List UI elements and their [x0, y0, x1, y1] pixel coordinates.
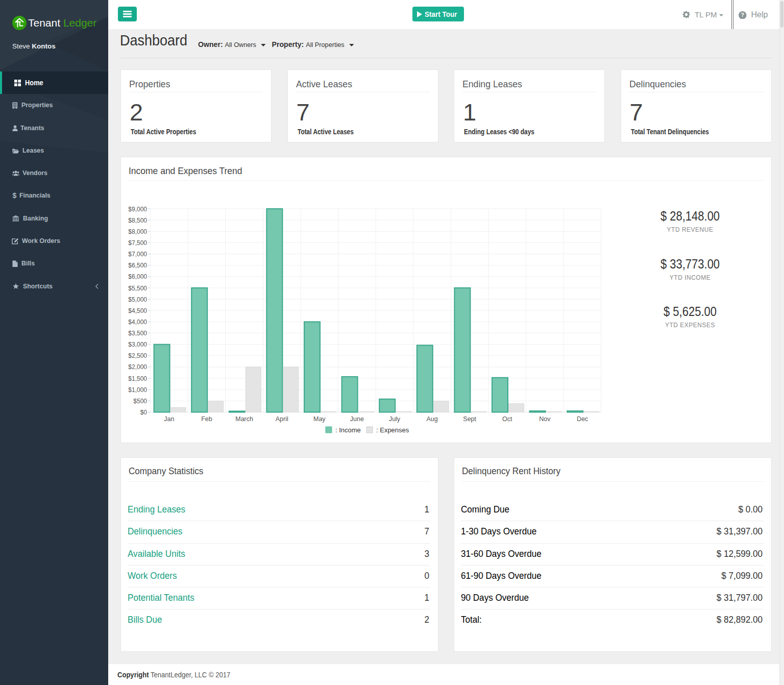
svg-text:$500: $500: [133, 398, 147, 405]
svg-text:$9,000: $9,000: [128, 206, 147, 213]
svg-text:$7,500: $7,500: [128, 239, 147, 247]
svg-text:$3,500: $3,500: [128, 330, 147, 337]
svg-text:$6,500: $6,500: [128, 262, 147, 269]
svg-text:Dec: Dec: [577, 415, 588, 423]
svg-text:$2,000: $2,000: [128, 363, 147, 371]
svg-text:?: ?: [741, 12, 744, 18]
svg-text:Nov: Nov: [539, 415, 551, 423]
svg-text:$6,000: $6,000: [128, 273, 147, 280]
svg-text:$4,500: $4,500: [128, 307, 147, 314]
svg-text:Sept: Sept: [463, 415, 476, 423]
svg-text:June: June: [350, 415, 364, 423]
svg-text:$5,500: $5,500: [128, 285, 147, 292]
svg-text:$5,000: $5,000: [128, 296, 147, 303]
svg-text:$7,000: $7,000: [128, 251, 147, 258]
svg-text:April: April: [276, 415, 288, 423]
svg-text:Aug: Aug: [426, 415, 437, 423]
svg-text:May: May: [313, 415, 326, 423]
svg-text:$1,000: $1,000: [128, 386, 147, 394]
svg-text:$1,500: $1,500: [128, 375, 147, 382]
svg-text:$2,500: $2,500: [128, 352, 147, 359]
svg-text:$0: $0: [140, 409, 148, 416]
svg-text:: Income: : Income: [335, 426, 361, 434]
svg-text:Feb: Feb: [201, 415, 212, 423]
svg-text:: Expenses: : Expenses: [376, 426, 409, 434]
svg-text:March: March: [235, 415, 253, 423]
svg-text:$8,000: $8,000: [128, 228, 147, 235]
svg-text:$8,500: $8,500: [128, 217, 147, 224]
svg-text:Jan: Jan: [164, 415, 174, 423]
svg-text:$3,000: $3,000: [128, 341, 147, 348]
svg-text:July: July: [389, 415, 401, 423]
svg-text:$4,000: $4,000: [128, 319, 147, 326]
svg-text:Oct: Oct: [502, 415, 512, 423]
